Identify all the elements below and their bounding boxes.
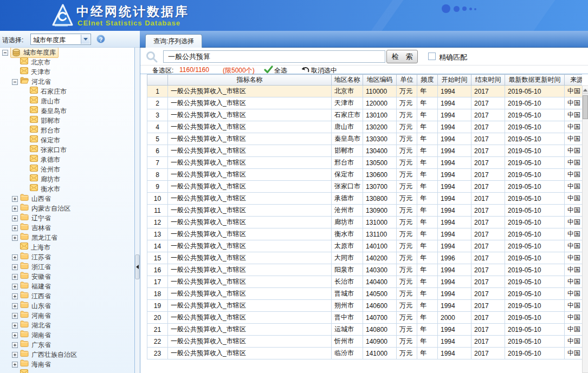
tree-item[interactable]: 邯郸市 — [0, 116, 134, 126]
tree-item[interactable]: 沧州市 — [0, 165, 134, 174]
table-row[interactable]: 11一般公共预算收入_市辖区沧州市130900万元年199420172019-0… — [147, 205, 583, 217]
tree-item[interactable]: 山东省 — [0, 301, 134, 311]
tree-expand-icon[interactable] — [12, 284, 18, 290]
column-header[interactable] — [147, 75, 168, 86]
table-row[interactable]: 17一般公共预算收入_市辖区长治市140400万元年199420172019-0… — [147, 276, 583, 288]
tree-item[interactable] — [0, 369, 134, 373]
column-header[interactable]: 最新数据更新时间 — [505, 75, 565, 86]
tree-item[interactable]: 广东省 — [0, 340, 134, 350]
database-select[interactable]: 城市年度库 — [30, 34, 91, 45]
tree-item[interactable]: 天津市 — [0, 67, 134, 77]
column-header[interactable]: 结束时间 — [471, 75, 505, 86]
tree-item[interactable]: 上海市 — [0, 243, 134, 252]
tree-expand-icon[interactable] — [12, 293, 18, 299]
table-row[interactable]: 15一般公共预算收入_市辖区大同市140200万元年199620172019-0… — [147, 252, 583, 264]
exact-match-checkbox[interactable] — [428, 53, 436, 60]
tree-item[interactable]: 安徽省 — [0, 272, 134, 282]
tree-expand-icon[interactable] — [12, 264, 18, 270]
collapse-sidebar-handle[interactable] — [135, 254, 140, 279]
table-cell: 张家口市 — [332, 181, 363, 193]
tab-series-select[interactable]: 查询:序列选择 — [145, 34, 202, 48]
search-button[interactable]: 检 索 — [386, 50, 418, 63]
help-icon[interactable]: ? — [96, 35, 105, 43]
table-row[interactable]: 13一般公共预算收入_市辖区衡水市131100万元年199420172019-0… — [147, 228, 583, 240]
table-row[interactable]: 20一般公共预算收入_市辖区晋中市140700万元年200020172019-0… — [147, 312, 583, 324]
tree-expand-icon[interactable] — [12, 332, 18, 338]
table-row[interactable]: 18一般公共预算收入_市辖区晋城市140500万元年199420172019-0… — [147, 288, 583, 300]
tree-item[interactable]: 石家庄市 — [0, 87, 134, 96]
search-input[interactable] — [163, 50, 385, 63]
table-row[interactable]: 21一般公共预算收入_市辖区运城市140800万元年199420172019-0… — [147, 324, 583, 336]
table-row[interactable]: 8一般公共预算收入_市辖区保定市130600万元年199420172019-05… — [147, 169, 583, 181]
table-row[interactable]: 2一般公共预算收入_市辖区天津市120000万元年199420172019-05… — [147, 97, 583, 109]
tree-item[interactable]: 城市年度库 — [0, 48, 134, 57]
column-header[interactable]: 单位 — [397, 75, 417, 86]
table-row[interactable]: 1一般公共预算收入_市辖区北京市110000万元年199420172019-05… — [147, 86, 583, 97]
table-row[interactable]: 14一般公共预算收入_市辖区太原市140100万元年199420172019-0… — [147, 240, 583, 252]
column-header[interactable]: 指标名称 — [168, 75, 332, 86]
tree-item[interactable]: 河南省 — [0, 311, 134, 320]
tree-expand-icon[interactable] — [12, 313, 18, 319]
tree-expand-icon[interactable] — [12, 235, 18, 241]
tree-item[interactable]: 江苏省 — [0, 252, 134, 262]
tree-item[interactable]: 保定市 — [0, 135, 134, 145]
tree-item[interactable]: 湖北省 — [0, 320, 134, 330]
tree-item[interactable]: 广西壮族自治区 — [0, 350, 134, 359]
tree-expand-icon[interactable] — [12, 254, 18, 260]
tree-expand-icon[interactable] — [12, 206, 18, 212]
column-header[interactable]: 频度 — [417, 75, 438, 86]
tree-item[interactable]: 秦皇岛市 — [0, 106, 134, 116]
tree-item[interactable]: 海南省 — [0, 359, 134, 369]
column-header[interactable]: 地区编码 — [363, 75, 397, 86]
column-header[interactable]: 地区名称 — [332, 75, 363, 86]
tree-item[interactable]: 山西省 — [0, 194, 134, 204]
scroll-up-icon[interactable] — [583, 86, 588, 94]
scrollbar-thumb[interactable] — [583, 95, 588, 119]
tree-expand-icon[interactable] — [12, 342, 18, 348]
table-row[interactable]: 3一般公共预算收入_市辖区石家庄市130100万元年199420172019-0… — [147, 109, 583, 121]
tree-item[interactable]: 江西省 — [0, 291, 134, 301]
tree-expand-icon[interactable] — [12, 215, 18, 221]
tree-collapse-icon[interactable] — [12, 79, 18, 85]
tree-item[interactable]: 浙江省 — [0, 262, 134, 272]
table-row[interactable]: 12一般公共预算收入_市辖区廊坊市131000万元年199420172019-0… — [147, 217, 583, 228]
tree-item[interactable]: 衡水市 — [0, 184, 134, 194]
table-row[interactable]: 5一般公共预算收入_市辖区秦皇岛市130300万元年199420172019-0… — [147, 133, 583, 145]
tree-item[interactable]: 辽宁省 — [0, 213, 134, 223]
table-row[interactable]: 23一般公共预算收入_市辖区临汾市141000万元年199420172019-0… — [147, 348, 583, 359]
tree-item[interactable]: 廊坊市 — [0, 174, 134, 184]
tree-item[interactable]: 吉林省 — [0, 223, 134, 233]
table-row[interactable]: 16一般公共预算收入_市辖区阳泉市140300万元年199420172019-0… — [147, 264, 583, 276]
tree-expand-icon[interactable] — [12, 323, 18, 329]
table-scrollbar[interactable] — [582, 86, 588, 373]
tree-expand-icon[interactable] — [12, 362, 18, 368]
tree-expand-icon[interactable] — [12, 274, 18, 280]
tree-item[interactable]: 福建省 — [0, 282, 134, 291]
table-row[interactable]: 7一般公共预算收入_市辖区邢台市130500万元年199420172019-05… — [147, 157, 583, 169]
table-row[interactable]: 6一般公共预算收入_市辖区邯郸市130400万元年199420172019-05… — [147, 145, 583, 157]
tree-item[interactable]: 张家口市 — [0, 145, 134, 155]
chevron-down-icon[interactable] — [81, 35, 90, 44]
table-row[interactable]: 9一般公共预算收入_市辖区张家口市130700万元年199420172019-0… — [147, 181, 583, 193]
tree-item[interactable]: 唐山市 — [0, 96, 134, 106]
tree-item[interactable]: 湖南省 — [0, 330, 134, 340]
column-header[interactable]: 开始时间 — [438, 75, 471, 86]
tree-item[interactable]: 北京市 — [0, 57, 134, 67]
table-row[interactable]: 22一般公共预算收入_市辖区忻州市140900万元年199420172019-0… — [147, 336, 583, 348]
table-row[interactable]: 19一般公共预算收入_市辖区朔州市140600万元年199420172019-0… — [147, 300, 583, 312]
tree-expand-icon[interactable] — [12, 196, 18, 202]
tree-item[interactable]: 黑龙江省 — [0, 233, 134, 243]
tree-expand-icon[interactable] — [12, 225, 18, 231]
tree-item[interactable]: 承德市 — [0, 155, 134, 165]
column-header[interactable]: 来源 — [565, 75, 583, 86]
panel-splitter[interactable] — [135, 48, 140, 373]
tree-collapse-icon[interactable] — [2, 50, 8, 56]
tree-expand-icon[interactable] — [12, 352, 18, 358]
folder-icon — [20, 213, 29, 220]
table-row[interactable]: 4一般公共预算收入_市辖区唐山市130200万元年199420172019-05… — [147, 121, 583, 133]
table-row[interactable]: 10一般公共预算收入_市辖区承德市130800万元年199420172019-0… — [147, 193, 583, 205]
tree-item[interactable]: 邢台市 — [0, 126, 134, 135]
tree-item[interactable]: 内蒙古自治区 — [0, 204, 134, 213]
tree-item[interactable]: 河北省 — [0, 77, 134, 87]
tree-expand-icon[interactable] — [12, 303, 18, 309]
